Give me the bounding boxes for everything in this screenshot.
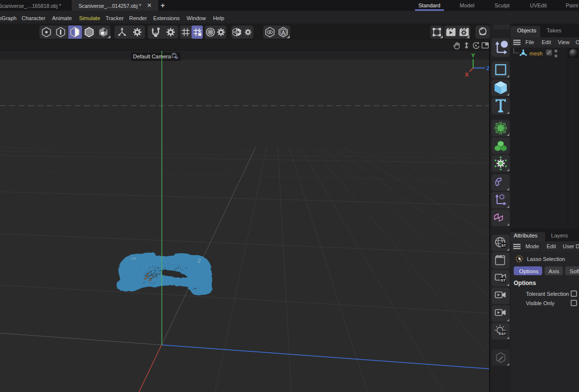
- svg-text:ST: ST: [501, 278, 506, 283]
- svg-text:A: A: [281, 29, 285, 35]
- svg-text:X: X: [465, 72, 469, 78]
- svg-text:Y: Y: [471, 52, 475, 58]
- svg-text:ST: ST: [501, 332, 506, 336]
- svg-text:Default Camera: Default Camera: [133, 53, 171, 59]
- svg-text:ST: ST: [501, 243, 506, 248]
